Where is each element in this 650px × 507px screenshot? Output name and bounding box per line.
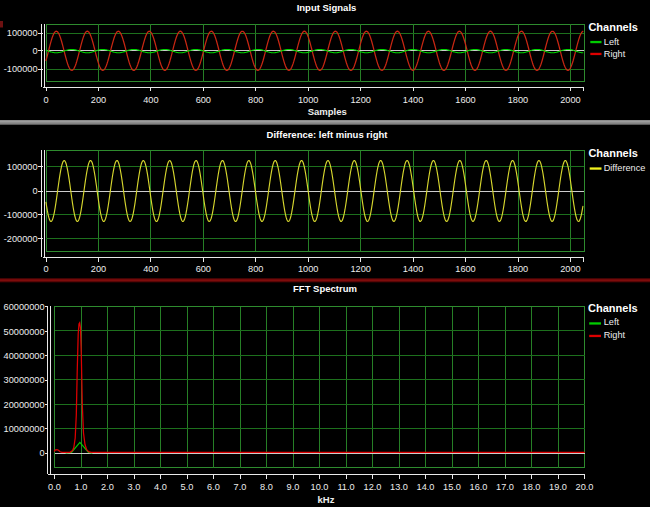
svg-text:800: 800 [248, 95, 263, 105]
svg-text:1000: 1000 [298, 264, 318, 274]
svg-text:5.0: 5.0 [181, 482, 194, 492]
svg-text:3.0: 3.0 [128, 482, 141, 492]
svg-text:16.0: 16.0 [470, 482, 488, 492]
svg-text:40000000: 40000000 [4, 351, 45, 361]
svg-text:1800: 1800 [508, 95, 528, 105]
svg-text:1000: 1000 [298, 95, 318, 105]
svg-text:50000000: 50000000 [4, 327, 45, 337]
svg-text:20000000: 20000000 [4, 400, 45, 410]
svg-text:0: 0 [39, 448, 44, 458]
svg-text:Right: Right [604, 330, 626, 340]
svg-text:1400: 1400 [403, 95, 423, 105]
svg-text:1800: 1800 [508, 264, 528, 274]
svg-text:Left: Left [604, 317, 620, 327]
svg-text:Difference: left minus right: Difference: left minus right [267, 129, 389, 140]
svg-text:6.0: 6.0 [207, 482, 220, 492]
svg-text:-100000: -100000 [4, 210, 38, 220]
svg-text:kHz: kHz [318, 494, 335, 505]
svg-text:Right: Right [604, 49, 626, 59]
svg-text:200: 200 [91, 95, 106, 105]
svg-text:18.0: 18.0 [523, 482, 541, 492]
svg-text:12.0: 12.0 [364, 482, 382, 492]
svg-text:9.0: 9.0 [287, 482, 300, 492]
svg-text:600: 600 [196, 95, 211, 105]
svg-text:800: 800 [248, 264, 263, 274]
svg-text:100000: 100000 [7, 162, 38, 172]
svg-text:Input Signals: Input Signals [297, 2, 357, 13]
svg-text:0: 0 [32, 186, 37, 196]
svg-text:10000000: 10000000 [4, 424, 45, 434]
svg-text:Samples: Samples [308, 106, 347, 117]
svg-text:1200: 1200 [350, 95, 370, 105]
svg-text:2000: 2000 [560, 264, 580, 274]
svg-text:0: 0 [43, 264, 48, 274]
svg-text:Channels: Channels [588, 21, 638, 33]
svg-text:600: 600 [196, 264, 211, 274]
svg-text:17.0: 17.0 [496, 482, 514, 492]
svg-text:0: 0 [43, 95, 48, 105]
svg-text:Channels: Channels [588, 147, 638, 159]
svg-text:1400: 1400 [403, 264, 423, 274]
svg-text:1200: 1200 [350, 264, 370, 274]
svg-text:11.0: 11.0 [337, 482, 354, 492]
svg-text:60000000: 60000000 [4, 302, 45, 312]
svg-text:7.0: 7.0 [234, 482, 247, 492]
svg-text:400: 400 [143, 95, 158, 105]
svg-text:FFT Spectrum: FFT Spectrum [293, 283, 357, 294]
svg-text:2000: 2000 [560, 95, 580, 105]
svg-text:200: 200 [91, 264, 106, 274]
svg-text:4.0: 4.0 [154, 482, 167, 492]
svg-text:8.0: 8.0 [260, 482, 273, 492]
svg-text:15.0: 15.0 [443, 482, 461, 492]
svg-text:14.0: 14.0 [417, 482, 435, 492]
svg-text:Difference: Difference [604, 163, 646, 173]
svg-text:-200000: -200000 [4, 234, 38, 244]
svg-text:1.0: 1.0 [75, 482, 88, 492]
svg-text:0: 0 [32, 46, 37, 56]
svg-text:400: 400 [143, 264, 158, 274]
svg-text:100000: 100000 [7, 28, 38, 38]
svg-text:13.0: 13.0 [390, 482, 408, 492]
svg-text:1600: 1600 [455, 95, 475, 105]
svg-text:10.0: 10.0 [311, 482, 329, 492]
svg-text:-100000: -100000 [4, 64, 38, 74]
svg-text:1600: 1600 [455, 264, 475, 274]
svg-text:19.0: 19.0 [549, 482, 567, 492]
svg-text:30000000: 30000000 [4, 375, 45, 385]
svg-text:0.0: 0.0 [48, 482, 61, 492]
svg-text:Channels: Channels [588, 302, 638, 314]
svg-text:20.0: 20.0 [576, 482, 594, 492]
svg-text:Left: Left [604, 37, 620, 47]
svg-text:2.0: 2.0 [101, 482, 114, 492]
